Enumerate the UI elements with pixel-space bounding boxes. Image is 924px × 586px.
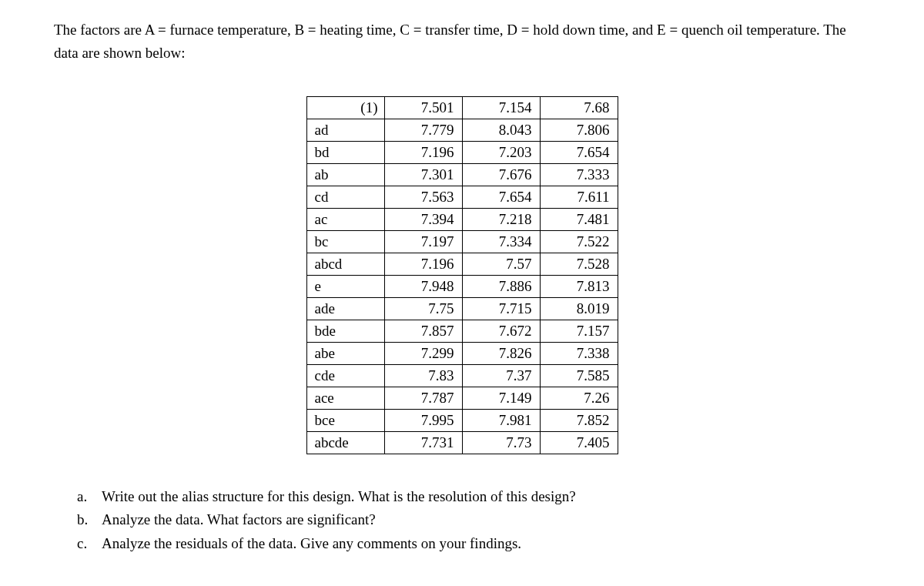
row-label: abcde	[306, 431, 384, 454]
table-row: (1)7.5017.1547.68	[306, 96, 618, 119]
table-row: bd7.1967.2037.654	[306, 141, 618, 163]
row-label: bce	[306, 409, 384, 431]
table-row: abcd7.1967.577.528	[306, 253, 618, 275]
cell-value: 7.197	[384, 230, 462, 253]
question-text: Write out the alias structure for this d…	[102, 485, 576, 508]
questions-list: a.Write out the alias structure for this…	[54, 485, 870, 555]
table-row: ad7.7798.0437.806	[306, 119, 618, 141]
question-text: Analyze the residuals of the data. Give …	[102, 532, 521, 555]
cell-value: 7.218	[462, 208, 540, 230]
table-row: ab7.3017.6767.333	[306, 163, 618, 186]
table-row: ac7.3947.2187.481	[306, 208, 618, 230]
question-item: c.Analyze the residuals of the data. Giv…	[77, 532, 870, 555]
row-label: (1)	[306, 96, 384, 119]
cell-value: 8.019	[540, 297, 618, 320]
cell-value: 7.196	[384, 253, 462, 275]
table-row: ade7.757.7158.019	[306, 297, 618, 320]
cell-value: 7.333	[540, 163, 618, 186]
cell-value: 7.154	[462, 96, 540, 119]
row-label: ac	[306, 208, 384, 230]
cell-value: 7.157	[540, 320, 618, 342]
row-label: cd	[306, 186, 384, 208]
question-text: Analyze the data. What factors are signi…	[102, 508, 376, 531]
row-label: ade	[306, 297, 384, 320]
row-label: abcd	[306, 253, 384, 275]
cell-value: 7.779	[384, 119, 462, 141]
cell-value: 7.26	[540, 387, 618, 409]
cell-value: 7.37	[462, 364, 540, 387]
cell-value: 7.857	[384, 320, 462, 342]
table-row: cde7.837.377.585	[306, 364, 618, 387]
question-letter: c.	[77, 532, 91, 555]
cell-value: 7.654	[540, 141, 618, 163]
cell-value: 7.73	[462, 431, 540, 454]
cell-value: 7.75	[384, 297, 462, 320]
table-row: ace7.7877.1497.26	[306, 387, 618, 409]
data-table-body: (1)7.5017.1547.68ad7.7798.0437.806bd7.19…	[306, 96, 618, 454]
question-item: a.Write out the alias structure for this…	[77, 485, 870, 508]
row-label: e	[306, 275, 384, 297]
row-label: abe	[306, 342, 384, 364]
row-label: ace	[306, 387, 384, 409]
cell-value: 7.301	[384, 163, 462, 186]
cell-value: 7.528	[540, 253, 618, 275]
cell-value: 8.043	[462, 119, 540, 141]
cell-value: 7.806	[540, 119, 618, 141]
cell-value: 7.676	[462, 163, 540, 186]
cell-value: 7.981	[462, 409, 540, 431]
row-label: bde	[306, 320, 384, 342]
cell-value: 7.654	[462, 186, 540, 208]
cell-value: 7.715	[462, 297, 540, 320]
table-row: e7.9487.8867.813	[306, 275, 618, 297]
cell-value: 7.611	[540, 186, 618, 208]
cell-value: 7.585	[540, 364, 618, 387]
table-row: cd7.5637.6547.611	[306, 186, 618, 208]
question-letter: a.	[77, 485, 91, 508]
row-label: ad	[306, 119, 384, 141]
cell-value: 7.481	[540, 208, 618, 230]
cell-value: 7.405	[540, 431, 618, 454]
table-row: abcde7.7317.737.405	[306, 431, 618, 454]
cell-value: 7.334	[462, 230, 540, 253]
cell-value: 7.57	[462, 253, 540, 275]
row-label: cde	[306, 364, 384, 387]
cell-value: 7.813	[540, 275, 618, 297]
cell-value: 7.196	[384, 141, 462, 163]
row-label: ab	[306, 163, 384, 186]
cell-value: 7.731	[384, 431, 462, 454]
cell-value: 7.68	[540, 96, 618, 119]
row-label: bd	[306, 141, 384, 163]
cell-value: 7.563	[384, 186, 462, 208]
question-letter: b.	[77, 508, 91, 531]
cell-value: 7.299	[384, 342, 462, 364]
table-row: bde7.8577.6727.157	[306, 320, 618, 342]
cell-value: 7.394	[384, 208, 462, 230]
table-row: abe7.2997.8267.338	[306, 342, 618, 364]
question-item: b.Analyze the data. What factors are sig…	[77, 508, 870, 531]
row-label: bc	[306, 230, 384, 253]
cell-value: 7.149	[462, 387, 540, 409]
table-row: bc7.1977.3347.522	[306, 230, 618, 253]
cell-value: 7.501	[384, 96, 462, 119]
table-row: bce7.9957.9817.852	[306, 409, 618, 431]
cell-value: 7.203	[462, 141, 540, 163]
cell-value: 7.83	[384, 364, 462, 387]
cell-value: 7.672	[462, 320, 540, 342]
cell-value: 7.338	[540, 342, 618, 364]
data-table: (1)7.5017.1547.68ad7.7798.0437.806bd7.19…	[306, 96, 618, 454]
cell-value: 7.787	[384, 387, 462, 409]
cell-value: 7.886	[462, 275, 540, 297]
cell-value: 7.948	[384, 275, 462, 297]
cell-value: 7.852	[540, 409, 618, 431]
cell-value: 7.826	[462, 342, 540, 364]
intro-text: The factors are A = furnace temperature,…	[54, 18, 870, 65]
cell-value: 7.995	[384, 409, 462, 431]
cell-value: 7.522	[540, 230, 618, 253]
